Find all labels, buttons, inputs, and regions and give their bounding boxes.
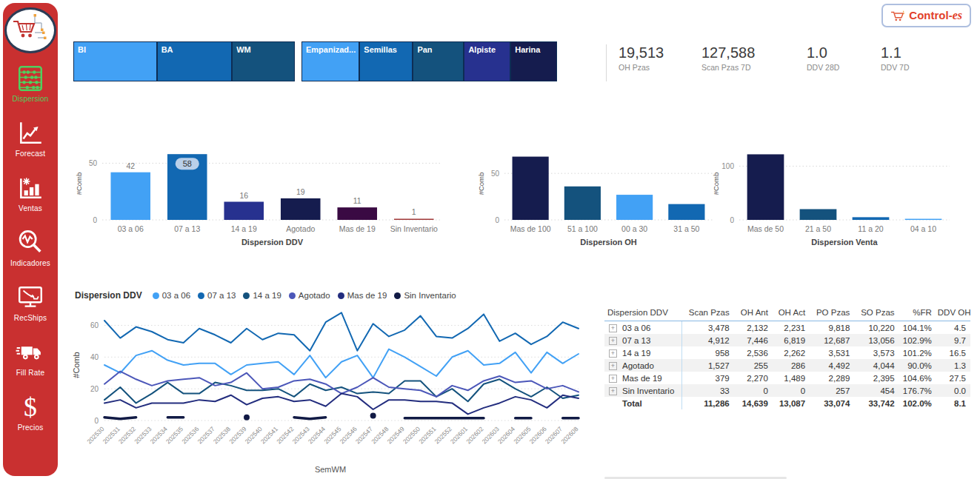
svg-text:11: 11 (353, 196, 361, 205)
bar-chart-dispersion-venta: 0100Mas de 5021 a 5011 a 2004 a 10Disper… (711, 135, 956, 251)
treemap-cell-harina[interactable]: Harina (510, 41, 557, 81)
svg-text:0: 0 (94, 417, 99, 425)
legend-label: 03 a 06 (162, 291, 190, 300)
column-header-so-pzas[interactable]: SO Pzas (854, 305, 899, 321)
cell-value: 27.5 (936, 372, 970, 384)
column-header-oh-ant[interactable]: OH Ant (734, 305, 773, 321)
legend-item-14-a-19[interactable]: 14 a 19 (243, 291, 281, 300)
legend-item-agotado[interactable]: Agotado (289, 291, 330, 300)
bar-mas-de-19[interactable] (337, 207, 377, 220)
expand-icon[interactable]: + (609, 324, 617, 332)
bar-14-a-19[interactable] (224, 202, 264, 221)
column-header--fr[interactable]: %FR (899, 305, 936, 321)
table-total-row[interactable]: +Total11,28614,63913,08733,07433,742102.… (604, 397, 970, 409)
line-series-07-a-13[interactable] (104, 312, 579, 350)
line-series-sin-inventario[interactable] (294, 418, 326, 419)
bar-mas-de-50[interactable] (747, 154, 784, 220)
bar-21-a-50[interactable] (800, 209, 837, 220)
line-series-sin-inventario[interactable] (104, 418, 136, 419)
sidebar-item-forecast[interactable]: Forecast (3, 118, 58, 158)
legend-label: 07 a 13 (207, 291, 236, 300)
bar-31-a-50[interactable] (668, 204, 704, 220)
cell-value: 101.2% (899, 346, 936, 359)
table-row[interactable]: +Agotado1,5272552864,4924,04490.0%1.3 (604, 359, 970, 372)
treemap-cell-wm[interactable]: WM (232, 41, 295, 81)
kpi-label: Scan Pzas 7D (701, 63, 807, 72)
expand-icon[interactable]: + (609, 337, 617, 345)
kpi-label: DDV 28D (807, 63, 881, 72)
sidebar-item-indicadores[interactable]: Indicadores (3, 228, 58, 267)
column-header-scan-pzas[interactable]: Scan Pzas (681, 305, 733, 321)
sidebar-item-ventas[interactable]: Ventas (3, 173, 58, 212)
sidebar-item-recships[interactable]: RecShips (3, 283, 58, 322)
treemap-cell-alpiste[interactable]: Alpiste (464, 41, 510, 81)
legend-item-mas-de-19[interactable]: Mas de 19 (338, 291, 387, 300)
column-header-ddv-oh[interactable]: DDV OH (936, 305, 970, 321)
treemap-cell-ba[interactable]: BA (157, 41, 233, 81)
sidebar-item-label: RecShips (14, 314, 47, 322)
expand-icon[interactable]: + (609, 349, 617, 358)
expand-icon[interactable]: + (609, 375, 617, 383)
expand-icon[interactable]: + (609, 362, 617, 370)
svg-text:Dispersion DDV: Dispersion DDV (241, 238, 304, 247)
table-row[interactable]: +07 a 134,9127,4466,81912,68713,056102.9… (604, 334, 970, 346)
app-logo[interactable] (4, 7, 56, 53)
bar-11-a-20[interactable] (853, 217, 890, 220)
bar-mas-de-100[interactable] (513, 157, 549, 220)
expand-icon[interactable]: + (609, 387, 617, 395)
cell-value: 10,220 (854, 321, 899, 335)
svg-text:0: 0 (93, 216, 97, 224)
legend-item-03-a-06[interactable]: 03 a 06 (153, 291, 190, 300)
line-series-mas-de-19[interactable] (104, 394, 579, 415)
table-row[interactable]: +03 a 063,4782,1322,2319,81810,220104.1%… (604, 321, 970, 335)
table-row[interactable]: +Mas de 193792,2701,4892,2892,395104.6%2… (604, 372, 970, 384)
svg-text:19: 19 (296, 187, 305, 196)
line-series-03-a-06[interactable] (104, 349, 579, 378)
column-header-po-pzas[interactable]: PO Pzas (810, 305, 854, 321)
cell-value: 6,819 (773, 334, 810, 346)
column-header-dispersion-ddv[interactable]: Dispersion DDV (604, 305, 681, 321)
column-header-oh-act[interactable]: OH Act (773, 305, 810, 321)
treemap-cell-empanizad[interactable]: Empanizad... (301, 41, 359, 81)
legend-label: Agotado (299, 291, 330, 300)
svg-text:$: $ (24, 392, 37, 422)
controles-logo[interactable]: Control-es (881, 4, 971, 27)
cell-value: 13,056 (854, 334, 899, 346)
sidebar-nav: DispersionForecastVentasIndicadoresRecSh… (3, 64, 58, 432)
forecast-icon (16, 118, 44, 148)
svg-text:0: 0 (730, 216, 734, 224)
treemap-cell-pan[interactable]: Pan (413, 41, 464, 81)
svg-text:20: 20 (90, 385, 99, 393)
bar-03-a-06[interactable] (110, 172, 150, 220)
cell-value: 4,044 (854, 359, 899, 372)
legend-item-sin-inventario[interactable]: Sin Inventario (394, 291, 456, 300)
svg-text:Mas de 50: Mas de 50 (747, 224, 784, 233)
svg-text:14 a 19: 14 a 19 (231, 224, 257, 233)
cell-value: 2,536 (734, 346, 773, 359)
legend-item-07-a-13[interactable]: 07 a 13 (198, 291, 236, 300)
bar-51-a-100[interactable] (564, 187, 601, 220)
legend-dot (243, 292, 250, 299)
legend-dot (153, 292, 159, 299)
bar-agotado[interactable] (281, 198, 321, 220)
sidebar-item-precios[interactable]: $Precios (3, 392, 58, 432)
bar-04-a-10[interactable] (905, 219, 942, 221)
table-row[interactable]: +14 a 199582,5362,2623,5313,573101.2%16.… (604, 346, 970, 359)
treemap-cell-semillas[interactable]: Semillas (359, 41, 413, 81)
table-row[interactable]: +Sin Inventario3300257454176.7%0.0 (604, 384, 970, 397)
cell-value: 2,395 (854, 372, 899, 384)
svg-text:50: 50 (491, 170, 500, 178)
bar-sin-inventario[interactable] (394, 218, 434, 220)
treemap-cell-bi[interactable]: BI (73, 41, 157, 81)
legend-label: Sin Inventario (404, 291, 456, 300)
cell-value: 0 (734, 384, 773, 397)
sidebar-item-dispersion[interactable]: Dispersion (3, 64, 58, 103)
cell-value: 255 (734, 359, 773, 372)
cell-value: 14,639 (734, 397, 773, 409)
matrix-table-card: Dispersion DDVScan PzasOH AntOH ActPO Pz… (604, 305, 970, 409)
svg-text:Sin Inventario: Sin Inventario (390, 224, 438, 233)
kpi-card: 1.1DDV 7D (881, 44, 940, 72)
bar-00-a-30[interactable] (616, 195, 653, 220)
sidebar: DispersionForecastVentasIndicadoresRecSh… (3, 3, 58, 476)
sidebar-item-fill-rate[interactable]: Fill Rate (3, 338, 58, 377)
